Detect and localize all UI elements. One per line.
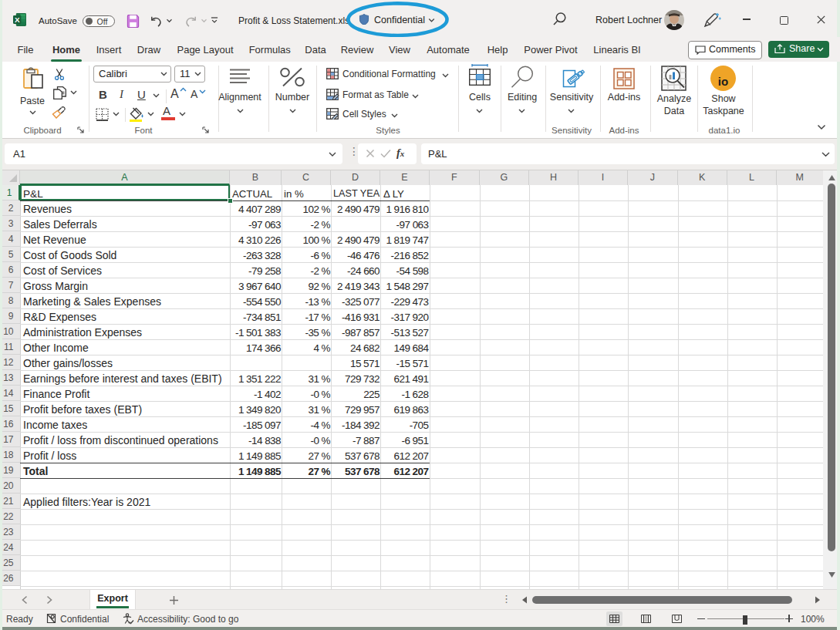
svg-text:X: X — [15, 15, 20, 24]
